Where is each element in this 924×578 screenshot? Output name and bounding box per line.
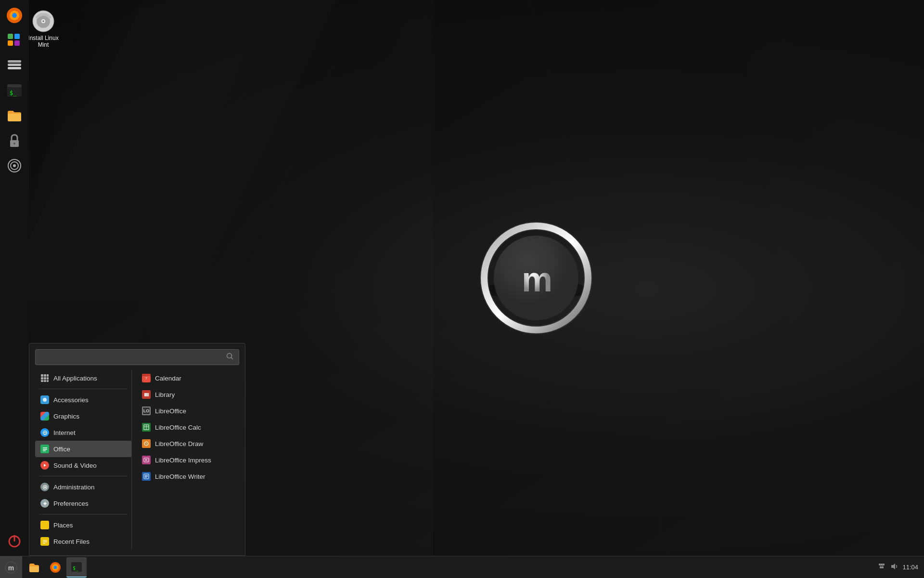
menu-separator-2 xyxy=(39,476,128,476)
sidebar-folder[interactable] xyxy=(4,105,25,126)
svg-rect-75 xyxy=(144,393,146,396)
taskbar-files[interactable] xyxy=(24,557,44,578)
volume-icon[interactable] xyxy=(890,562,898,573)
menu-item-accessories[interactable]: Accessories xyxy=(35,392,131,408)
sidebar-gyro[interactable] xyxy=(4,155,25,176)
internet-icon xyxy=(40,428,50,437)
start-button[interactable]: m xyxy=(0,556,22,578)
svg-point-43 xyxy=(13,143,15,144)
svg-text:$_: $_ xyxy=(73,565,79,571)
calendar-label: Calendar xyxy=(155,375,181,382)
administration-label: Administration xyxy=(53,484,95,491)
all-apps-label: All Applications xyxy=(53,375,97,382)
sidebar-firefox[interactable] xyxy=(4,5,25,26)
sidebar-stack[interactable] xyxy=(4,55,25,76)
libreoffice-writer-label: LibreOffice Writer xyxy=(155,473,205,480)
menu-item-sound-video[interactable]: Sound & Video xyxy=(35,457,131,473)
recent-files-label: Recent Files xyxy=(53,538,90,545)
svg-rect-33 xyxy=(14,34,20,39)
menu-item-recent-files[interactable]: Recent Files xyxy=(35,533,131,550)
menu-item-library[interactable]: Library xyxy=(137,386,232,403)
svg-rect-53 xyxy=(47,374,49,377)
menu-item-administration[interactable]: Administration xyxy=(35,479,131,495)
menu-columns: All Applications Accessories xyxy=(35,370,239,550)
menu-item-libreoffice[interactable]: LO LibreOffice xyxy=(137,403,232,419)
svg-rect-51 xyxy=(41,374,43,377)
libreoffice-icon: LO xyxy=(141,406,151,416)
taskbar: m $_ xyxy=(0,556,924,578)
svg-rect-37 xyxy=(8,64,21,66)
svg-rect-66 xyxy=(43,450,46,451)
svg-rect-73 xyxy=(43,541,47,542)
svg-rect-58 xyxy=(44,380,46,382)
menu-item-places[interactable]: Places xyxy=(35,517,131,533)
sidebar-lock[interactable] xyxy=(4,130,25,151)
sidebar-power[interactable] xyxy=(4,530,25,551)
libreoffice-impress-label: LibreOffice Impress xyxy=(155,457,211,464)
svg-rect-71 xyxy=(44,502,45,505)
libreoffice-draw-label: LibreOffice Draw xyxy=(155,440,203,447)
preferences-label: Preferences xyxy=(53,500,89,507)
svg-rect-52 xyxy=(44,374,46,377)
taskbar-apps: $_ xyxy=(22,557,872,578)
left-sidebar: $_ xyxy=(0,0,29,556)
menu-left: All Applications Accessories xyxy=(35,370,131,550)
menu-item-preferences[interactable]: Preferences xyxy=(35,495,131,512)
internet-label: Internet xyxy=(53,429,76,436)
taskbar-time: 11:04 xyxy=(902,564,918,571)
office-label: Office xyxy=(53,446,70,453)
svg-text:m: m xyxy=(8,564,13,572)
menu-separator-1 xyxy=(39,389,128,389)
sound-video-icon xyxy=(40,460,50,470)
svg-rect-59 xyxy=(47,380,49,382)
libreoffice-impress-icon xyxy=(141,455,151,465)
menu-item-libreoffice-writer[interactable]: LibreOffice Writer xyxy=(137,468,232,485)
office-icon xyxy=(40,444,50,454)
graphics-icon xyxy=(40,411,50,421)
svg-rect-96 xyxy=(879,564,881,565)
search-bar[interactable] xyxy=(35,349,239,365)
mint-logo: m xyxy=(474,220,599,345)
svg-rect-32 xyxy=(8,34,13,39)
svg-rect-74 xyxy=(43,543,45,544)
install-linux-mint-icon[interactable]: Install Linux Mint xyxy=(24,10,63,48)
svg-marker-84 xyxy=(145,459,148,461)
svg-rect-77 xyxy=(148,393,149,396)
menu-item-internet[interactable]: Internet xyxy=(35,424,131,441)
network-icon[interactable] xyxy=(877,562,886,573)
sidebar-terminal[interactable]: $_ xyxy=(4,80,25,101)
menu-item-office[interactable]: Office xyxy=(35,441,131,457)
menu-item-calendar[interactable]: 7 Calendar xyxy=(137,370,232,386)
start-menu: All Applications Accessories xyxy=(29,343,245,556)
calendar-icon: 7 xyxy=(141,373,151,383)
svg-rect-65 xyxy=(43,449,47,450)
taskbar-firefox[interactable] xyxy=(45,557,65,578)
svg-point-93 xyxy=(54,565,57,569)
search-input[interactable] xyxy=(40,354,226,361)
sidebar-grid[interactable] xyxy=(4,30,25,51)
libreoffice-draw-icon xyxy=(141,439,151,448)
library-icon xyxy=(141,390,151,399)
menu-item-libreoffice-impress[interactable]: LibreOffice Impress xyxy=(137,452,232,468)
svg-line-82 xyxy=(145,443,147,445)
sound-video-label: Sound & Video xyxy=(53,462,97,469)
menu-item-graphics[interactable]: Graphics xyxy=(35,408,131,424)
administration-icon xyxy=(40,482,50,492)
menu-item-libreoffice-calc[interactable]: LibreOffice Calc xyxy=(137,419,232,435)
accessories-icon xyxy=(40,395,50,405)
recent-files-icon xyxy=(40,537,50,546)
menu-item-all-apps[interactable]: All Applications xyxy=(35,370,131,386)
svg-text:m: m xyxy=(522,260,551,299)
taskbar-right: 11:04 xyxy=(872,562,924,573)
svg-rect-100 xyxy=(882,566,884,568)
svg-rect-76 xyxy=(146,393,147,396)
svg-rect-56 xyxy=(47,377,49,380)
libreoffice-writer-icon xyxy=(141,472,151,481)
svg-point-31 xyxy=(12,13,17,18)
svg-rect-64 xyxy=(43,447,47,448)
menu-item-libreoffice-draw[interactable]: LibreOffice Draw xyxy=(137,435,232,452)
taskbar-terminal[interactable]: $_ xyxy=(66,557,87,578)
all-apps-icon xyxy=(40,373,50,383)
svg-rect-55 xyxy=(44,377,46,380)
disk-icon xyxy=(32,10,55,33)
